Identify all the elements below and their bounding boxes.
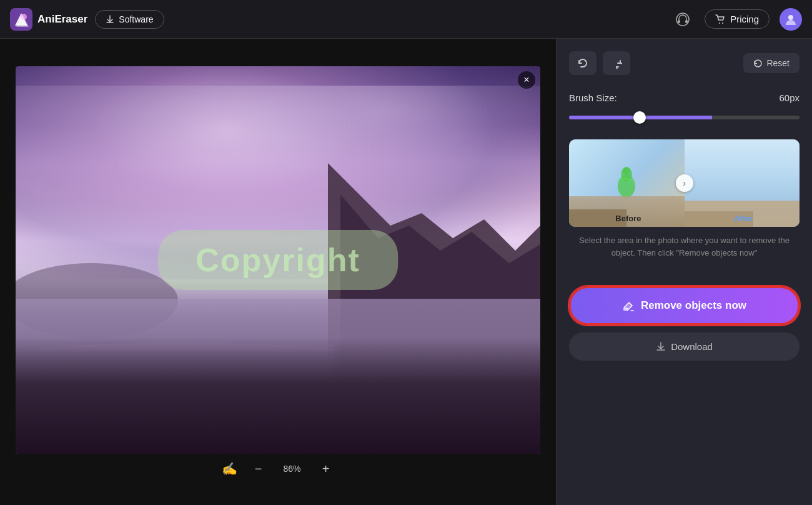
header-left: AniEraser Software bbox=[10, 8, 164, 31]
zoom-out-button[interactable]: − bbox=[250, 460, 267, 478]
eraser-icon bbox=[622, 299, 635, 312]
undo-button[interactable] bbox=[569, 51, 597, 75]
close-button[interactable]: × bbox=[518, 71, 535, 89]
right-panel: Reset Brush Size: 60px bbox=[556, 39, 812, 505]
before-label: Before bbox=[615, 214, 641, 223]
avatar[interactable] bbox=[780, 8, 802, 31]
panel-toolbar: Reset bbox=[569, 51, 800, 75]
pricing-button[interactable]: Pricing bbox=[705, 9, 770, 29]
remove-objects-label: Remove objects now bbox=[641, 299, 746, 312]
plus-icon: + bbox=[322, 462, 330, 476]
software-button[interactable]: Software bbox=[95, 10, 164, 29]
software-label: Software bbox=[119, 14, 153, 24]
zoom-in-button[interactable]: + bbox=[317, 460, 335, 478]
image-container[interactable]: × bbox=[16, 66, 540, 454]
canvas-toolbar: ✍ − 86% + bbox=[222, 460, 335, 478]
canvas-image: Copyright bbox=[16, 66, 540, 454]
download-icon bbox=[106, 15, 114, 24]
cart-icon bbox=[715, 14, 725, 24]
preview-section: › Before After Select the area in the ph… bbox=[569, 139, 800, 274]
svg-rect-6 bbox=[685, 20, 688, 23]
app-name: AniEraser bbox=[37, 13, 87, 26]
redo-button[interactable] bbox=[603, 51, 630, 75]
main-content: × bbox=[0, 39, 812, 505]
reset-button[interactable]: Reset bbox=[743, 53, 800, 73]
reset-label: Reset bbox=[766, 58, 790, 68]
foreground-rocks bbox=[16, 338, 540, 454]
before-after-preview: › Before After bbox=[569, 139, 800, 227]
canvas-area: × bbox=[0, 39, 556, 505]
svg-point-14 bbox=[623, 167, 630, 174]
svg-point-7 bbox=[719, 22, 720, 24]
logo-icon bbox=[10, 8, 32, 31]
redo-icon bbox=[611, 58, 622, 69]
after-label: After bbox=[734, 214, 753, 223]
brush-header: Brush Size: 60px bbox=[569, 92, 800, 103]
minus-icon: − bbox=[255, 462, 262, 476]
pricing-label: Pricing bbox=[730, 14, 759, 24]
divider-arrow: › bbox=[676, 174, 693, 192]
before-after-labels: Before After bbox=[569, 214, 800, 223]
hint-text: Select the area in the photo where you w… bbox=[569, 234, 800, 259]
zoom-value: 86% bbox=[280, 464, 305, 474]
brush-section: Brush Size: 60px bbox=[569, 92, 800, 122]
app-header: AniEraser Software Pricing bbox=[0, 0, 812, 39]
user-icon bbox=[784, 12, 798, 26]
reset-icon bbox=[753, 59, 763, 68]
headset-icon bbox=[675, 11, 691, 28]
logo-button[interactable]: AniEraser bbox=[10, 8, 87, 31]
brush-size-value: 60px bbox=[779, 92, 800, 103]
remove-objects-button[interactable]: Remove objects now bbox=[569, 286, 800, 325]
svg-rect-5 bbox=[678, 20, 680, 23]
header-right: Pricing bbox=[671, 8, 802, 31]
hand-tool-icon[interactable]: ✍ bbox=[222, 461, 237, 476]
svg-point-8 bbox=[722, 22, 723, 24]
svg-point-9 bbox=[788, 15, 793, 20]
download-btn-icon bbox=[656, 342, 666, 352]
support-button[interactable] bbox=[671, 8, 695, 31]
brush-size-slider[interactable] bbox=[569, 116, 800, 119]
download-button[interactable]: Download bbox=[569, 332, 800, 361]
download-label: Download bbox=[671, 341, 713, 352]
close-icon: × bbox=[523, 74, 529, 86]
brush-size-label: Brush Size: bbox=[569, 92, 617, 103]
undo-icon bbox=[577, 58, 588, 69]
